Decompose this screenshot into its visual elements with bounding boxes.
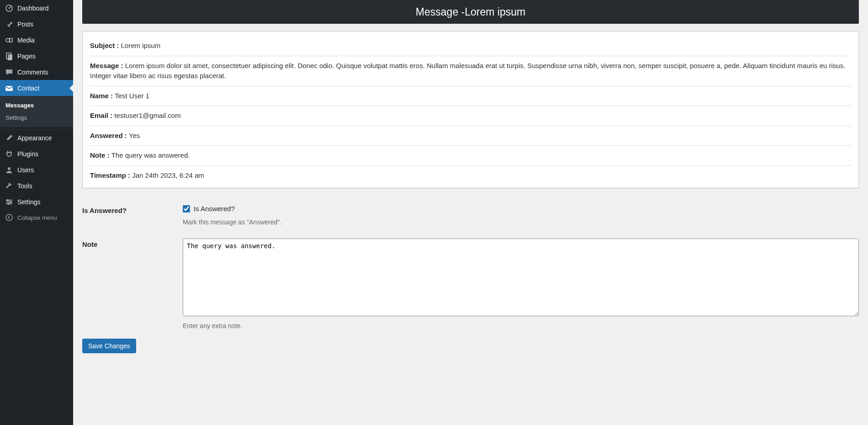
detail-subject-value: Lorem ipsum bbox=[121, 42, 161, 49]
sidebar-item-pages[interactable]: Pages bbox=[0, 48, 73, 64]
edit-form: Is Answered? Is Answered? Mark this mess… bbox=[82, 198, 859, 336]
sidebar-item-label: Dashboard bbox=[17, 5, 49, 12]
admin-sidebar: Dashboard Posts Media Pages Comments bbox=[0, 0, 73, 425]
svg-point-8 bbox=[7, 199, 9, 201]
sidebar-item-label: Contact bbox=[17, 85, 39, 92]
save-changes-button[interactable]: Save Changes bbox=[82, 339, 136, 353]
detail-timestamp-label: Timestamp : bbox=[90, 171, 132, 179]
page-title-prefix: Message - bbox=[416, 6, 465, 18]
svg-rect-5 bbox=[8, 54, 12, 60]
svg-point-7 bbox=[8, 167, 11, 170]
note-heading: Note bbox=[82, 232, 183, 336]
note-help: Enter any extra note. bbox=[183, 322, 859, 329]
pages-icon bbox=[5, 52, 14, 61]
detail-name-label: Name : bbox=[90, 92, 115, 100]
svg-point-10 bbox=[8, 203, 10, 205]
is-answered-checkbox-text: Is Answered? bbox=[194, 205, 235, 212]
is-answered-checkbox[interactable] bbox=[183, 205, 190, 212]
is-answered-label[interactable]: Is Answered? bbox=[183, 205, 235, 212]
svg-point-9 bbox=[10, 201, 11, 203]
detail-email: Email : testuser1@gmail.com bbox=[90, 106, 851, 126]
sidebar-item-plugins[interactable]: Plugins bbox=[0, 146, 73, 162]
sliders-icon bbox=[5, 197, 14, 207]
plug-icon bbox=[5, 149, 14, 159]
sidebar-item-dashboard[interactable]: Dashboard bbox=[0, 0, 73, 16]
svg-point-2 bbox=[6, 38, 10, 42]
detail-note-label: Note : bbox=[90, 151, 111, 159]
detail-email-label: Email : bbox=[90, 112, 114, 119]
collapse-icon bbox=[5, 213, 14, 222]
sidebar-item-label: Tools bbox=[17, 182, 32, 190]
wrench-icon bbox=[5, 181, 14, 191]
page-title-subject: Lorem ipsum bbox=[465, 6, 525, 18]
page-title-bar: Message - Lorem ipsum bbox=[82, 0, 859, 24]
detail-timestamp: Timestamp : Jan 24th 2023, 6:24 am bbox=[90, 166, 851, 186]
is-answered-heading: Is Answered? bbox=[82, 198, 183, 232]
is-answered-help: Mark this message as "Answered". bbox=[183, 218, 859, 226]
sidebar-item-label: Appearance bbox=[17, 134, 52, 142]
sidebar-item-media[interactable]: Media bbox=[0, 32, 73, 48]
collapse-menu[interactable]: Collapse menu bbox=[0, 210, 73, 225]
sidebar-item-contact[interactable]: Contact bbox=[0, 80, 73, 96]
sidebar-item-label: Users bbox=[17, 166, 34, 174]
detail-note: Note : The query was answered. bbox=[90, 146, 851, 166]
sidebar-item-appearance[interactable]: Appearance bbox=[0, 130, 73, 146]
sidebar-item-tools[interactable]: Tools bbox=[0, 178, 73, 194]
comments-icon bbox=[5, 68, 14, 77]
envelope-icon bbox=[5, 84, 14, 93]
detail-note-value: The query was answered. bbox=[111, 151, 190, 159]
note-textarea[interactable] bbox=[183, 239, 859, 316]
sidebar-item-label: Comments bbox=[17, 69, 48, 76]
dashboard-icon bbox=[5, 4, 14, 13]
sidebar-item-settings[interactable]: Settings bbox=[0, 194, 73, 210]
collapse-label: Collapse menu bbox=[17, 214, 57, 221]
brush-icon bbox=[5, 133, 14, 143]
user-icon bbox=[5, 165, 14, 175]
detail-name-value: Test User 1 bbox=[115, 92, 149, 100]
sidebar-item-label: Plugins bbox=[17, 150, 38, 158]
main-content: Message - Lorem ipsum Subject : Lorem ip… bbox=[73, 0, 868, 425]
detail-message: Message : Lorem ipsum dolor sit amet, co… bbox=[90, 56, 851, 86]
detail-timestamp-value: Jan 24th 2023, 6:24 am bbox=[132, 171, 204, 179]
detail-message-label: Message : bbox=[90, 62, 125, 69]
media-icon bbox=[5, 36, 14, 45]
detail-answered: Answered : Yes bbox=[90, 126, 851, 146]
sidebar-item-label: Pages bbox=[17, 53, 36, 60]
detail-subject-label: Subject : bbox=[90, 42, 121, 49]
detail-subject: Subject : Lorem ipsum bbox=[90, 36, 851, 56]
detail-answered-label: Answered : bbox=[90, 132, 129, 139]
sidebar-item-comments[interactable]: Comments bbox=[0, 64, 73, 80]
sidebar-item-users[interactable]: Users bbox=[0, 162, 73, 178]
svg-point-1 bbox=[9, 7, 10, 9]
sidebar-subitem-settings[interactable]: Settings bbox=[0, 112, 73, 124]
detail-answered-value: Yes bbox=[129, 132, 140, 139]
detail-name: Name : Test User 1 bbox=[90, 86, 851, 106]
message-detail-card: Subject : Lorem ipsum Message : Lorem ip… bbox=[82, 31, 859, 188]
sidebar-item-label: Posts bbox=[17, 21, 33, 28]
detail-email-value: testuser1@gmail.com bbox=[114, 112, 180, 119]
sidebar-subitem-messages[interactable]: Messages bbox=[0, 99, 73, 112]
sidebar-item-label: Media bbox=[17, 37, 35, 44]
sidebar-item-posts[interactable]: Posts bbox=[0, 16, 73, 32]
sidebar-item-label: Settings bbox=[17, 198, 41, 206]
detail-message-value: Lorem ipsum dolor sit amet, consectetuer… bbox=[90, 62, 845, 80]
sidebar-submenu-contact: Messages Settings bbox=[0, 96, 73, 127]
svg-rect-3 bbox=[10, 38, 12, 42]
svg-point-11 bbox=[6, 214, 12, 221]
pin-icon bbox=[5, 20, 14, 29]
